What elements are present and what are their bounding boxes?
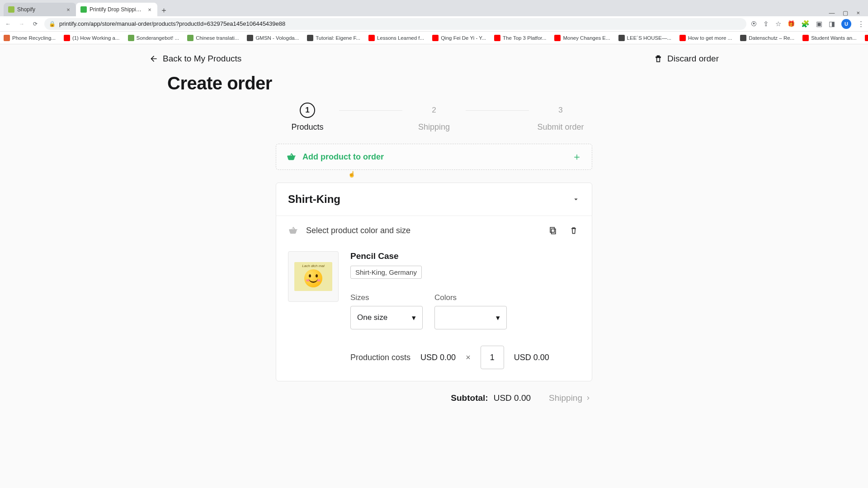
bookmark-favicon-icon bbox=[554, 35, 561, 41]
discard-order-button[interactable]: Discard order bbox=[654, 54, 719, 64]
browser-tab[interactable]: Shopify × bbox=[4, 3, 76, 16]
close-window-icon[interactable]: × bbox=[856, 9, 860, 16]
cost-label: Production costs bbox=[350, 353, 410, 362]
bookmark-label: Tutorial: Eigene F... bbox=[316, 35, 360, 41]
bookmark-favicon-icon bbox=[865, 35, 868, 41]
star-icon[interactable]: ☆ bbox=[775, 20, 781, 28]
provider-tag: Shirt-King, Germany bbox=[350, 266, 422, 279]
step-products[interactable]: 1 Products bbox=[276, 103, 339, 132]
bookmark-favicon-icon bbox=[618, 35, 625, 41]
back-label: Back to My Products bbox=[163, 54, 241, 64]
sizes-label: Sizes bbox=[350, 293, 423, 302]
omnibar: ← → ⟳ 🔒 printify.com/app/store/manual-or… bbox=[0, 16, 868, 32]
page-scroll[interactable]: Back to My Products Discard order Create… bbox=[0, 44, 868, 488]
bookmark-item[interactable]: Phone Recycling... bbox=[4, 35, 56, 41]
bookmark-item[interactable]: Student Wants an... bbox=[802, 35, 857, 41]
page-title: Create order bbox=[167, 73, 701, 94]
bookmark-item[interactable]: Datenschutz – Re... bbox=[740, 35, 794, 41]
bookmark-favicon-icon bbox=[740, 35, 746, 41]
product-thumbnail[interactable]: Lach dich mal bbox=[288, 251, 339, 302]
step-submit[interactable]: 3 Submit order bbox=[529, 103, 592, 132]
extension-box-icon[interactable]: ▣ bbox=[816, 20, 822, 28]
options-row: Sizes One size ▾ Colors ▾ bbox=[350, 293, 580, 329]
step-shipping[interactable]: 2 Shipping bbox=[402, 103, 466, 132]
extensions-icon[interactable]: 🧩 bbox=[801, 20, 810, 28]
product-row: Lach dich mal Pencil Case Shirt-King, Ge… bbox=[276, 245, 592, 381]
page-header: Back to My Products Discard order bbox=[149, 49, 719, 70]
bookmark-item[interactable]: LEE´S HOUSE—... bbox=[618, 35, 671, 41]
close-icon[interactable]: × bbox=[146, 6, 153, 13]
kebab-menu-icon[interactable]: ⋮ bbox=[858, 20, 864, 28]
reload-icon[interactable]: ⟳ bbox=[31, 19, 40, 28]
bookmark-item[interactable]: GMSN - Vologda... bbox=[247, 35, 299, 41]
bookmark-item[interactable]: Money Changes E... bbox=[554, 35, 610, 41]
bookmark-label: Money Changes E... bbox=[563, 35, 610, 41]
cost-row: Production costs USD 0.00 × USD 0.00 bbox=[350, 346, 580, 369]
chevron-right-icon bbox=[585, 395, 591, 401]
minimize-icon[interactable]: — bbox=[829, 9, 835, 16]
address-bar[interactable]: 🔒 printify.com/app/store/manual-order/pr… bbox=[44, 18, 746, 30]
bookmark-favicon-icon bbox=[307, 35, 313, 41]
bookmark-label: LEE´S HOUSE—... bbox=[627, 35, 671, 41]
add-product-label: Add product to order bbox=[302, 152, 566, 162]
maximize-icon[interactable]: ▢ bbox=[843, 9, 848, 16]
bookmark-label: GMSN - Vologda... bbox=[255, 35, 299, 41]
tab-title: Printify Drop Shipping Print on bbox=[90, 6, 144, 13]
favicon-icon bbox=[80, 6, 87, 13]
browser-tab-active[interactable]: Printify Drop Shipping Print on × bbox=[76, 3, 157, 16]
caret-down-icon: ▾ bbox=[496, 313, 500, 323]
trash-icon bbox=[569, 226, 578, 235]
svg-rect-1 bbox=[550, 227, 554, 232]
step-number: 3 bbox=[553, 103, 568, 118]
step-divider bbox=[339, 110, 402, 111]
share-icon[interactable]: ⇪ bbox=[763, 20, 769, 28]
back-to-products-link[interactable]: Back to My Products bbox=[149, 54, 241, 64]
back-icon[interactable]: ← bbox=[4, 19, 13, 28]
bookmark-item[interactable]: (2) How To Add A... bbox=[865, 35, 868, 41]
subtotal-value: USD 0.00 bbox=[494, 393, 531, 403]
shipping-next-button[interactable]: Shipping bbox=[549, 393, 591, 403]
duplicate-button[interactable] bbox=[547, 224, 559, 237]
bookmark-favicon-icon bbox=[128, 35, 134, 41]
arrow-left-icon bbox=[149, 54, 158, 63]
bookmark-item[interactable]: (1) How Working a... bbox=[64, 35, 120, 41]
provider-name: Shirt-King bbox=[288, 193, 340, 206]
quantity-input[interactable] bbox=[481, 346, 504, 369]
bookmark-favicon-icon bbox=[247, 35, 253, 41]
provider-header[interactable]: Shirt-King bbox=[276, 183, 592, 216]
translate-icon[interactable]: ⦿ bbox=[751, 20, 757, 27]
new-tab-button[interactable]: ＋ bbox=[157, 4, 170, 16]
bookmark-label: Phone Recycling... bbox=[12, 35, 56, 41]
bookmark-label: (1) How Working a... bbox=[72, 35, 120, 41]
side-panel-icon[interactable]: ◨ bbox=[829, 20, 835, 28]
tab-strip: Shopify × Printify Drop Shipping Print o… bbox=[0, 0, 868, 16]
bookmark-item[interactable]: Chinese translati... bbox=[187, 35, 239, 41]
gift-icon[interactable]: 🎁 bbox=[788, 20, 795, 27]
bookmark-label: The Top 3 Platfor... bbox=[503, 35, 546, 41]
window-controls: — ▢ × bbox=[829, 9, 864, 16]
step-divider bbox=[466, 110, 529, 111]
profile-avatar[interactable]: U bbox=[841, 19, 851, 29]
tab-title: Shopify bbox=[17, 6, 62, 13]
trash-icon bbox=[654, 54, 663, 63]
chevron-down-icon bbox=[572, 195, 580, 203]
size-select[interactable]: One size ▾ bbox=[350, 306, 423, 329]
step-number: 1 bbox=[300, 103, 315, 118]
bookmark-item[interactable]: Sonderangebot! ... bbox=[128, 35, 179, 41]
add-product-button[interactable]: Add product to order ＋ bbox=[276, 144, 592, 170]
bookmark-item[interactable]: Tutorial: Eigene F... bbox=[307, 35, 360, 41]
bookmark-label: Qing Fei De Yi - Y... bbox=[441, 35, 486, 41]
basket-outline-icon bbox=[288, 225, 298, 235]
discard-label: Discard order bbox=[667, 54, 719, 64]
color-select[interactable]: ▾ bbox=[434, 306, 507, 329]
delete-button[interactable] bbox=[567, 224, 580, 237]
bookmark-item[interactable]: How to get more ... bbox=[679, 35, 732, 41]
bookmark-item[interactable]: The Top 3 Platfor... bbox=[494, 35, 546, 41]
bookmark-item[interactable]: Qing Fei De Yi - Y... bbox=[432, 35, 486, 41]
product-info: Pencil Case Shirt-King, Germany Sizes On… bbox=[350, 251, 580, 369]
close-icon[interactable]: × bbox=[65, 6, 71, 13]
omnibar-actions: ⦿ ⇪ ☆ 🎁 🧩 ▣ ◨ U ⋮ bbox=[751, 19, 864, 29]
forward-icon[interactable]: → bbox=[17, 19, 26, 28]
line-total: USD 0.00 bbox=[514, 353, 549, 362]
bookmark-item[interactable]: Lessons Learned f... bbox=[368, 35, 424, 41]
